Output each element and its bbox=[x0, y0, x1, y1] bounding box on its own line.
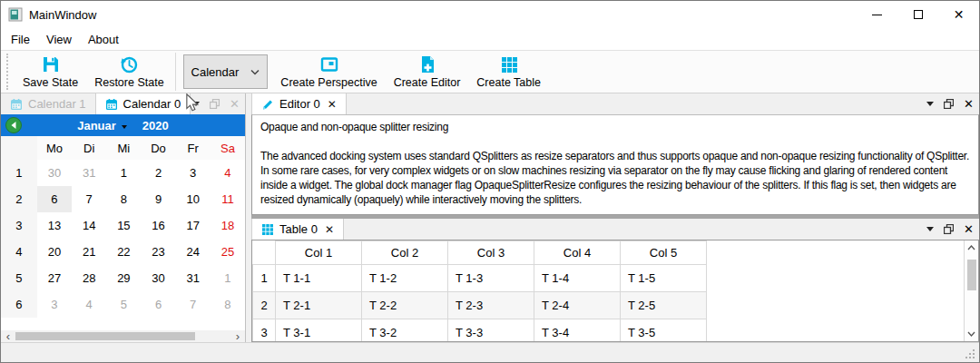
calendar-day[interactable]: 14 bbox=[72, 212, 106, 239]
calendar-day[interactable]: 22 bbox=[106, 239, 141, 265]
calendar-day[interactable]: 8 bbox=[211, 291, 245, 318]
create-editor-button[interactable]: Create Editor bbox=[386, 53, 469, 91]
calendar-day[interactable]: 30 bbox=[37, 160, 72, 186]
tab-editor-0[interactable]: Editor 0 ✕ bbox=[251, 93, 347, 114]
calendar-day[interactable]: 1 bbox=[211, 265, 245, 291]
tab-table-0[interactable]: Table 0 ✕ bbox=[251, 219, 344, 240]
calendar-day[interactable]: 6 bbox=[141, 291, 175, 318]
scrollbar-thumb[interactable] bbox=[967, 260, 976, 290]
table-cell[interactable]: T 3-2 bbox=[362, 319, 448, 342]
column-header[interactable]: Col 5 bbox=[621, 241, 707, 265]
menu-item-view[interactable]: View bbox=[38, 30, 80, 49]
perspective-combo[interactable]: Calendar bbox=[183, 54, 269, 89]
calendar-day[interactable]: 1 bbox=[106, 160, 141, 186]
tab-calendar-1[interactable]: Calendar 1 bbox=[1, 93, 95, 114]
tab-close-icon[interactable]: ✕ bbox=[328, 98, 337, 111]
float-dock-button[interactable] bbox=[210, 99, 220, 109]
calendar-day[interactable]: 27 bbox=[37, 265, 72, 291]
calendar-day[interactable]: 20 bbox=[37, 239, 72, 265]
table-cell[interactable]: T 1-2 bbox=[362, 265, 448, 292]
calendar-day[interactable]: 30 bbox=[141, 265, 175, 291]
calendar-day[interactable]: 17 bbox=[176, 212, 211, 239]
calendar-day[interactable]: 7 bbox=[176, 291, 211, 318]
scroll-left-arrow-icon[interactable]: ‹ bbox=[1, 331, 15, 341]
close-dock-button[interactable]: ✕ bbox=[230, 98, 240, 110]
create-table-button[interactable]: Create Table bbox=[468, 53, 549, 91]
table-cell[interactable]: T 3-4 bbox=[534, 319, 621, 342]
toolbar-drag-handle[interactable] bbox=[6, 54, 11, 90]
tab-calendar-0[interactable]: Calendar 0 bbox=[95, 93, 191, 114]
table-cell[interactable]: T 3-3 bbox=[448, 319, 534, 342]
calendar-day[interactable]: 3 bbox=[176, 160, 211, 186]
scrollbar-thumb[interactable] bbox=[15, 332, 195, 340]
close-button[interactable]: ✕ bbox=[938, 1, 979, 28]
tabs-menu-button[interactable] bbox=[926, 227, 934, 231]
table-cell[interactable]: T 1-5 bbox=[621, 265, 707, 292]
calendar-day[interactable]: 31 bbox=[72, 160, 106, 186]
calendar-day[interactable]: 3 bbox=[37, 291, 72, 318]
calendar-day[interactable]: 13 bbox=[37, 212, 72, 239]
calendar-day[interactable]: 7 bbox=[72, 186, 106, 212]
calendar-day[interactable]: 31 bbox=[176, 265, 211, 291]
row-header[interactable]: 1 bbox=[253, 265, 276, 292]
calendar-horizontal-scrollbar[interactable]: ‹ › bbox=[1, 330, 245, 342]
table-vertical-scrollbar[interactable] bbox=[964, 240, 978, 341]
calendar-day[interactable]: 15 bbox=[106, 212, 141, 239]
column-header[interactable]: Col 1 bbox=[276, 241, 362, 265]
calendar-month-button[interactable]: Januar bbox=[77, 119, 116, 132]
resize-grip-icon[interactable] bbox=[965, 348, 975, 359]
calendar-day[interactable]: 18 bbox=[211, 212, 245, 239]
column-header[interactable]: Col 4 bbox=[534, 241, 621, 265]
calendar-day[interactable]: 8 bbox=[106, 186, 141, 212]
calendar-day[interactable]: 21 bbox=[72, 239, 106, 265]
calendar-day[interactable]: 24 bbox=[176, 239, 211, 265]
calendar-day[interactable]: 29 bbox=[106, 265, 141, 291]
create-perspective-button[interactable]: Create Perspective bbox=[272, 53, 385, 91]
table-cell[interactable]: T 2-5 bbox=[621, 292, 707, 319]
column-header[interactable]: Col 3 bbox=[448, 241, 534, 265]
calendar-day[interactable]: 4 bbox=[211, 160, 245, 186]
calendar-day[interactable]: 16 bbox=[141, 212, 175, 239]
table-cell[interactable]: T 2-1 bbox=[276, 292, 362, 319]
maximize-button[interactable] bbox=[897, 1, 938, 28]
tabs-menu-button[interactable] bbox=[926, 102, 934, 106]
table-cell[interactable]: T 1-1 bbox=[276, 265, 362, 292]
calendar-day[interactable]: 10 bbox=[176, 186, 211, 212]
calendar-day[interactable]: 11 bbox=[211, 186, 245, 212]
table-cell[interactable]: T 1-3 bbox=[448, 265, 534, 292]
scroll-down-arrow-icon[interactable] bbox=[967, 327, 975, 341]
calendar-day[interactable]: 23 bbox=[141, 239, 175, 265]
save-state-button[interactable]: Save State bbox=[15, 53, 86, 91]
table-cell[interactable]: T 3-5 bbox=[621, 319, 707, 342]
table-cell[interactable]: T 2-2 bbox=[362, 292, 448, 319]
float-dock-button[interactable] bbox=[944, 99, 954, 109]
tabs-menu-button[interactable] bbox=[192, 102, 200, 106]
close-dock-button[interactable]: ✕ bbox=[964, 98, 974, 110]
calendar-day-selected[interactable]: 6 bbox=[37, 186, 72, 212]
tab-close-icon[interactable]: ✕ bbox=[325, 223, 334, 236]
row-header[interactable]: 3 bbox=[253, 319, 276, 342]
close-dock-button[interactable]: ✕ bbox=[964, 223, 974, 235]
restore-state-button[interactable]: Restore State bbox=[86, 53, 172, 91]
table-cell[interactable]: T 2-3 bbox=[448, 292, 534, 319]
column-header[interactable]: Col 2 bbox=[362, 241, 448, 265]
scroll-right-arrow-icon[interactable]: › bbox=[230, 331, 245, 341]
editor-content[interactable]: Opaque and non-opaque splitter resizing … bbox=[251, 114, 979, 215]
row-header[interactable]: 2 bbox=[253, 292, 276, 319]
table-cell[interactable]: T 3-1 bbox=[276, 319, 362, 342]
calendar-day[interactable]: 9 bbox=[141, 186, 175, 212]
float-dock-button[interactable] bbox=[944, 224, 954, 234]
scroll-up-arrow-icon[interactable] bbox=[967, 240, 975, 255]
menu-item-file[interactable]: File bbox=[3, 30, 38, 49]
calendar-day[interactable]: 2 bbox=[141, 160, 175, 186]
calendar-day[interactable]: 5 bbox=[106, 291, 141, 318]
table-cell[interactable]: T 2-4 bbox=[534, 292, 621, 319]
table-cell[interactable]: T 1-4 bbox=[534, 265, 621, 292]
calendar-day[interactable]: 25 bbox=[211, 239, 245, 265]
minimize-button[interactable] bbox=[857, 1, 897, 28]
calendar-day[interactable]: 28 bbox=[72, 265, 106, 291]
menu-item-about[interactable]: About bbox=[80, 30, 127, 49]
calendar-year-button[interactable]: 2020 bbox=[142, 119, 169, 132]
calendar-day[interactable]: 4 bbox=[72, 291, 106, 318]
previous-month-button[interactable] bbox=[5, 117, 22, 133]
